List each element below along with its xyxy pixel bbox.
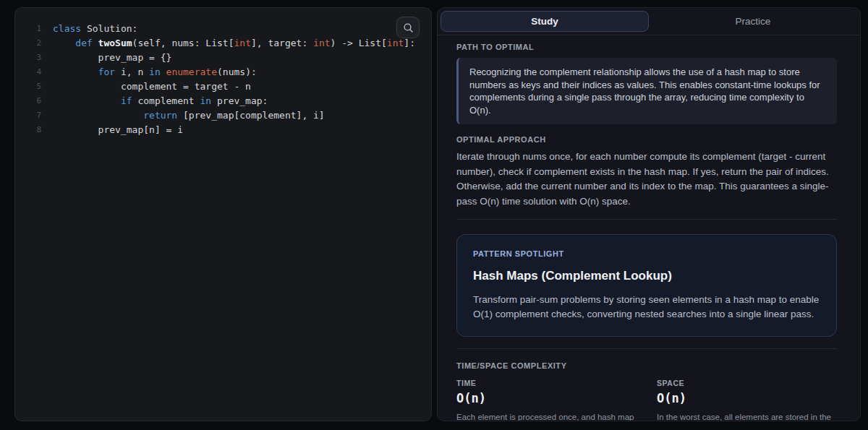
pattern-description: Transform pair-sum problems by storing s… <box>473 293 820 322</box>
line-number: 4 <box>22 67 41 77</box>
tab-bar: Study Practice <box>438 8 860 35</box>
code-text: prev_map = {} <box>53 52 171 63</box>
space-complexity-column: SPACE O(n) In the worst case, all elemen… <box>657 379 837 421</box>
code-line: 3 prev_map = {} <box>22 50 421 64</box>
code-line: 5 complement = target - n <box>22 79 421 93</box>
tab-practice[interactable]: Practice <box>649 11 857 32</box>
tab-study[interactable]: Study <box>441 11 649 32</box>
line-number: 3 <box>22 53 41 62</box>
code-lines[interactable]: 1class Solution:2 def twoSum(self, nums:… <box>15 8 431 147</box>
code-text: if complement in prev_map: <box>53 95 268 106</box>
line-number: 5 <box>22 82 41 91</box>
pattern-spotlight-card: PATTERN SPOTLIGHT Hash Maps (Complement … <box>456 234 837 337</box>
code-line: 1class Solution: <box>22 21 421 35</box>
complexity-grid: TIME O(n) Each element is processed once… <box>456 379 837 421</box>
time-complexity-column: TIME O(n) Each element is processed once… <box>456 379 637 421</box>
space-label: SPACE <box>657 379 837 387</box>
time-value: O(n) <box>456 391 637 405</box>
code-text: complement = target - n <box>53 81 251 92</box>
line-number: 2 <box>22 38 41 48</box>
line-number: 6 <box>22 96 41 106</box>
code-text: class Solution: <box>53 23 137 34</box>
optimal-approach-text: Iterate through nums once, for each numb… <box>456 150 837 209</box>
code-line: 8 prev_map[n] = i <box>22 122 421 137</box>
optimal-approach-heading: OPTIMAL APPROACH <box>456 135 837 144</box>
study-content: PATH TO OPTIMAL Recognizing the compleme… <box>438 35 860 421</box>
section-divider <box>456 219 837 220</box>
section-divider <box>456 348 837 349</box>
space-value: O(n) <box>657 391 837 405</box>
time-description: Each element is processed once, and hash… <box>456 412 637 421</box>
line-number: 7 <box>22 111 41 120</box>
study-panel: Study Practice PATH TO OPTIMAL Recognizi… <box>437 7 861 421</box>
pattern-spotlight-label: PATTERN SPOTLIGHT <box>473 249 820 258</box>
code-text: def twoSum(self, nums: List[int], target… <box>53 38 415 48</box>
search-icon <box>403 22 414 33</box>
code-search-button[interactable] <box>396 17 420 38</box>
line-number: 1 <box>22 24 41 33</box>
space-description: In the worst case, all elements are stor… <box>657 412 837 421</box>
line-number: 8 <box>22 125 41 134</box>
path-to-optimal-callout: Recognizing the complement relationship … <box>456 58 837 124</box>
code-line: 2 def twoSum(self, nums: List[int], targ… <box>22 35 421 50</box>
code-editor-panel: 1class Solution:2 def twoSum(self, nums:… <box>14 7 432 421</box>
code-line: 7 return [prev_map[complement], i] <box>22 108 421 122</box>
code-text: return [prev_map[complement], i] <box>53 110 325 121</box>
code-text: for i, n in enumerate(nums): <box>53 66 257 77</box>
time-label: TIME <box>456 379 637 387</box>
code-text: prev_map[n] = i <box>53 124 183 135</box>
pattern-title: Hash Maps (Complement Lookup) <box>473 269 820 283</box>
code-line: 6 if complement in prev_map: <box>22 93 421 108</box>
complexity-heading: TIME/SPACE COMPLEXITY <box>456 361 837 370</box>
path-to-optimal-heading: PATH TO OPTIMAL <box>456 43 837 51</box>
code-line: 4 for i, n in enumerate(nums): <box>22 64 421 79</box>
